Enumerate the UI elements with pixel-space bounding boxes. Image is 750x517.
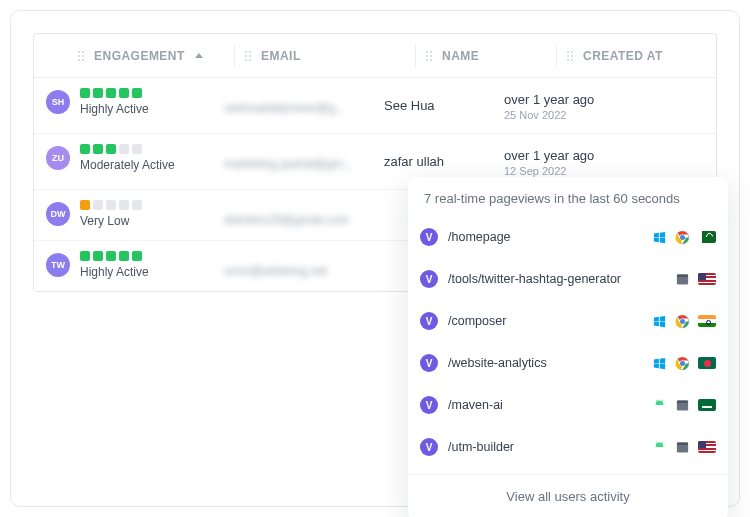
pageview-icons (652, 440, 716, 455)
col-separator (415, 45, 416, 67)
flag-icon-pk (698, 231, 716, 243)
email-text: smm@webeing.net (224, 264, 327, 278)
created-relative: over 1 year ago (504, 92, 716, 107)
email-text: dwinters29@gmail.com (224, 213, 349, 227)
pageview-icons (652, 230, 716, 245)
pageview-item[interactable]: V/homepage (420, 216, 716, 258)
avatar[interactable]: DW (46, 202, 70, 226)
pageview-item[interactable]: V/tools/twitter-hashtag-generator (420, 258, 716, 300)
engagement-bar (119, 251, 129, 261)
engagement-bar (132, 88, 142, 98)
col-header-email[interactable]: EMAIL (245, 49, 405, 63)
engagement-bar (80, 144, 90, 154)
drag-handle-icon[interactable] (567, 51, 573, 61)
pageview-item[interactable]: V/maven-ai (420, 384, 716, 426)
engagement-label: Very Low (80, 214, 142, 228)
engagement-block: Highly Active (80, 251, 149, 279)
engagement-bar (80, 200, 90, 210)
pageview-path: /utm-builder (448, 440, 642, 454)
cell-engagement: ZUModerately Active (34, 144, 224, 172)
svg-point-7 (680, 361, 685, 366)
cell-name: zafar ullah (384, 144, 504, 169)
pageview-item[interactable]: V/utm-builder (420, 426, 716, 468)
chrome-icon (675, 356, 690, 371)
cell-engagement: TWHighly Active (34, 251, 224, 279)
visitor-dot: V (420, 438, 438, 456)
col-label: CREATED AT (583, 49, 663, 63)
email-text: marketing.qudrat@gm... (224, 157, 353, 171)
pageview-item[interactable]: V/website-analytics (420, 342, 716, 384)
table-row[interactable]: SHHighly Activeseehuadailynews@g...See H… (34, 78, 716, 134)
col-separator (234, 45, 235, 67)
engagement-bar (132, 144, 142, 154)
browser-icon (675, 440, 690, 455)
engagement-bar (93, 144, 103, 154)
engagement-bars (80, 200, 142, 210)
pageview-icons (652, 356, 716, 371)
cell-email: seehuadailynews@g... (224, 88, 384, 116)
col-header-name[interactable]: NAME (426, 49, 546, 63)
drag-handle-icon[interactable] (78, 51, 84, 61)
pageview-path: /tools/twitter-hashtag-generator (448, 272, 665, 286)
engagement-bar (106, 144, 116, 154)
popover-title: 7 real-time pageviews in the last 60 sec… (408, 177, 728, 216)
engagement-label: Highly Active (80, 265, 149, 279)
col-separator (556, 45, 557, 67)
android-icon (652, 398, 667, 413)
created-date: 25 Nov 2022 (504, 109, 716, 121)
engagement-bar (106, 251, 116, 261)
created-relative: over 1 year ago (504, 148, 716, 163)
col-label: ENGAGEMENT (94, 49, 185, 63)
pageview-path: /maven-ai (448, 398, 642, 412)
svg-rect-9 (677, 400, 688, 403)
visitor-dot: V (420, 312, 438, 330)
engagement-block: Very Low (80, 200, 142, 228)
windows-icon (652, 230, 667, 245)
chevron-up-icon (195, 53, 203, 58)
cell-created: over 1 year ago25 Nov 2022 (504, 88, 716, 121)
cell-email: dwinters29@gmail.com (224, 200, 384, 228)
drag-handle-icon[interactable] (426, 51, 432, 61)
pageview-icons (652, 398, 716, 413)
flag-icon-bd (698, 357, 716, 369)
cell-engagement: DWVery Low (34, 200, 224, 228)
pageview-item[interactable]: V/composer (420, 300, 716, 342)
pageview-path: /homepage (448, 230, 642, 244)
cell-created: over 1 year ago12 Sep 2022 (504, 144, 716, 177)
engagement-bar (93, 200, 103, 210)
engagement-block: Moderately Active (80, 144, 175, 172)
engagement-bar (93, 88, 103, 98)
engagement-bar (106, 88, 116, 98)
engagement-bars (80, 251, 149, 261)
browser-icon (675, 272, 690, 287)
pageview-icons (652, 314, 716, 329)
engagement-bar (80, 88, 90, 98)
flag-icon-us (698, 273, 716, 285)
col-header-engagement[interactable]: ENGAGEMENT (34, 49, 224, 63)
engagement-bar (119, 144, 129, 154)
cell-name: See Hua (384, 88, 504, 113)
cell-email: smm@webeing.net (224, 251, 384, 279)
drag-handle-icon[interactable] (245, 51, 251, 61)
chrome-icon (675, 230, 690, 245)
col-header-created[interactable]: CREATED AT (567, 49, 716, 63)
flag-icon-us (698, 441, 716, 453)
table-header: ENGAGEMENT EMAIL NAME CREATED AT (34, 34, 716, 78)
visitor-dot: V (420, 396, 438, 414)
windows-icon (652, 356, 667, 371)
avatar[interactable]: SH (46, 90, 70, 114)
pageview-icons (675, 272, 716, 287)
pageview-path: /website-analytics (448, 356, 642, 370)
cell-engagement: SHHighly Active (34, 88, 224, 116)
visitor-dot: V (420, 228, 438, 246)
android-icon (652, 440, 667, 455)
view-all-activity-link[interactable]: View all users activity (408, 474, 728, 517)
engagement-bar (93, 251, 103, 261)
realtime-popover: 7 real-time pageviews in the last 60 sec… (408, 177, 728, 517)
engagement-label: Moderately Active (80, 158, 175, 172)
avatar[interactable]: TW (46, 253, 70, 277)
svg-point-1 (680, 235, 685, 240)
avatar[interactable]: ZU (46, 146, 70, 170)
svg-rect-11 (677, 442, 688, 445)
engagement-bars (80, 88, 149, 98)
